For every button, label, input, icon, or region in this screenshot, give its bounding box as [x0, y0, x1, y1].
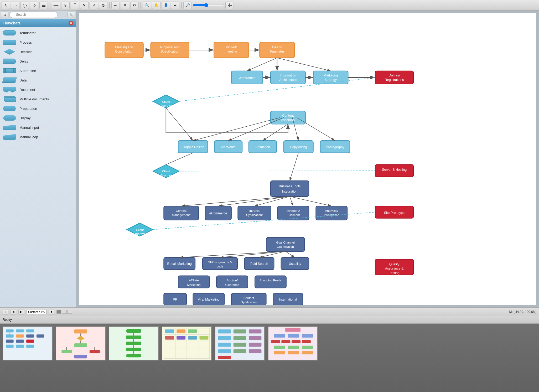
rect-tool[interactable]: ▭	[11, 2, 19, 9]
thumbnail-5[interactable]	[215, 326, 265, 374]
cross-conn-tool[interactable]: ✕	[80, 2, 89, 9]
svg-rect-209	[274, 334, 285, 338]
svg-rect-149	[16, 339, 24, 343]
svg-rect-215	[302, 340, 311, 343]
svg-text:Fulfilment: Fulfilment	[287, 213, 300, 216]
search-tool[interactable]: 🔍	[143, 2, 151, 9]
zoom-out-tool[interactable]: 🔎	[183, 2, 192, 9]
svg-rect-22	[313, 71, 348, 84]
svg-rect-196	[249, 329, 261, 334]
branch-conn-tool[interactable]: ⑂	[90, 2, 98, 9]
thumbnail-4[interactable]	[162, 326, 212, 374]
multidoc-shape-icon	[3, 96, 16, 102]
search-input[interactable]	[9, 12, 58, 18]
shape-item-delay[interactable]: Delay	[0, 56, 76, 66]
svg-text:Animation: Animation	[255, 145, 270, 149]
ellipse-tool[interactable]: ◯	[20, 2, 29, 9]
thumbnail-6[interactable]	[268, 326, 318, 374]
data-label: Data	[19, 78, 27, 82]
canvas[interactable]: Meeting and Consultation Proposal and Sp…	[79, 13, 536, 305]
lasso-tool[interactable]: ⊸	[111, 2, 120, 9]
svg-rect-172	[126, 348, 141, 351]
shape-item-manualloop[interactable]: Manual loop	[0, 132, 76, 142]
svg-text:Specification: Specification	[160, 50, 179, 53]
shape-item-terminator[interactable]: Terminator	[0, 28, 76, 38]
svg-text:Site Prototype: Site Prototype	[384, 211, 405, 215]
shape-item-decision[interactable]: Decision	[0, 47, 76, 56]
svg-rect-212	[271, 340, 280, 343]
thumbnail-3[interactable]	[109, 326, 159, 374]
terminator-shape-icon	[3, 30, 16, 35]
close-category-btn[interactable]: ✕	[69, 21, 73, 25]
shape-item-manualinput[interactable]: Manual input	[0, 123, 76, 132]
search-btn[interactable]: 🔍	[68, 12, 75, 18]
thumbnail-2[interactable]	[56, 326, 106, 374]
decision-shape-icon	[4, 49, 15, 55]
svg-rect-208	[285, 328, 300, 332]
grid-view-btn[interactable]: ⊞	[1, 12, 8, 18]
hand-tool[interactable]: ✋	[152, 2, 160, 9]
svg-line-131	[179, 251, 285, 257]
page-2[interactable]	[62, 310, 67, 314]
process-tool[interactable]: ▬	[39, 2, 48, 9]
eyedropper-tool[interactable]: ✒	[171, 2, 179, 9]
zoom-slider[interactable]	[193, 3, 224, 7]
arc-conn-tool[interactable]: ⌒	[71, 2, 79, 9]
svg-rect-25	[375, 71, 413, 84]
shape-item-data[interactable]: Data	[0, 75, 76, 85]
rotate-tool[interactable]: ↺	[130, 2, 139, 9]
thumbnail-grid	[3, 326, 536, 390]
svg-line-135	[247, 58, 277, 71]
svg-text:Inventory/: Inventory/	[287, 209, 300, 212]
bend-conn-tool[interactable]: ↳	[61, 2, 70, 9]
svg-rect-200	[218, 343, 231, 347]
svg-rect-163	[74, 355, 87, 359]
multidoc-label: Multiple documents	[19, 97, 49, 101]
person-tool[interactable]: 👤	[162, 2, 170, 9]
svg-text:Content: Content	[176, 209, 187, 212]
svg-rect-197	[218, 336, 231, 340]
sep2	[109, 2, 110, 8]
coordinates-display: M: [ 44.09, 109.68 ]	[509, 310, 536, 314]
thumbnail-1[interactable]	[3, 326, 53, 374]
svg-rect-220	[288, 351, 299, 354]
svg-text:Approve: Approve	[160, 173, 172, 177]
shape-item-process[interactable]: Process	[0, 38, 76, 47]
svg-rect-147	[37, 334, 44, 338]
svg-text:Content: Content	[282, 114, 294, 117]
diamond-tool[interactable]: ◇	[30, 2, 38, 9]
svg-rect-187	[177, 329, 185, 333]
shape-item-display[interactable]: Display	[0, 113, 76, 123]
shape-item-subroutine[interactable]: Subroutine	[0, 66, 76, 75]
thumbnail-img-3	[109, 326, 159, 360]
pause-btn[interactable]: ⏸	[3, 309, 8, 314]
canvas-container[interactable]: Meeting and Consultation Proposal and Sp…	[76, 11, 539, 307]
delay-label: Delay	[19, 59, 28, 63]
cursor-tool[interactable]: ↖	[2, 2, 10, 9]
connection-tool[interactable]: ⟶	[52, 2, 60, 9]
prev-btn[interactable]: ◀	[11, 309, 16, 314]
shape-item-multidoc[interactable]: Multiple documents	[0, 94, 76, 104]
shape-item-preparation[interactable]: Preparation	[0, 104, 76, 113]
crop-tool[interactable]: ⌗	[121, 2, 129, 9]
svg-rect-221	[302, 351, 313, 354]
zoom-stepper[interactable]: ⬍	[49, 309, 54, 314]
page-3[interactable]	[68, 310, 72, 314]
svg-rect-195	[234, 329, 246, 334]
display-shape-icon	[3, 115, 16, 121]
svg-text:Quality: Quality	[389, 262, 400, 266]
category-header: Flowchart ✕	[0, 19, 76, 27]
next-btn[interactable]: ▶	[18, 309, 24, 314]
end-node-tool[interactable]: ⊙	[99, 2, 107, 9]
main-area: ⊞ 🔍 🔍 Flowchart ✕ Terminator P	[0, 11, 539, 307]
svg-rect-219	[274, 351, 285, 354]
decision-label: Decision	[19, 50, 33, 54]
svg-text:Business Tools: Business Tools	[279, 184, 301, 188]
zoom-in-tool[interactable]: ➕	[225, 2, 234, 9]
svg-rect-148	[6, 339, 14, 343]
page-1[interactable]	[56, 310, 61, 314]
svg-text:Auction/: Auction/	[227, 278, 238, 282]
shape-item-document[interactable]: Document	[0, 85, 76, 94]
thumbnail-img-4	[162, 326, 212, 360]
svg-line-127	[218, 197, 290, 206]
